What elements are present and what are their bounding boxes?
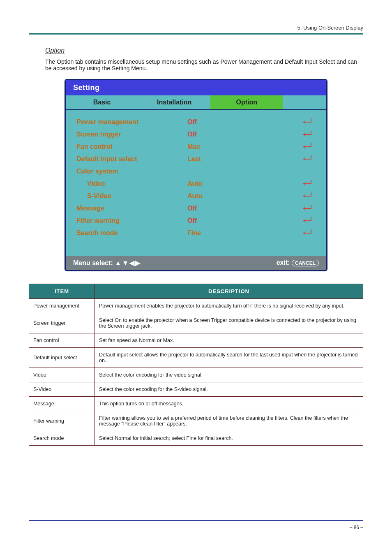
menu-value: Fine: [187, 229, 261, 237]
enter-icon: [261, 130, 316, 139]
tab-spacer: [283, 95, 326, 109]
table-cell-item: Video: [29, 368, 95, 382]
header-right-text: 5. Using On-Screen Display: [29, 25, 363, 31]
table-row: Fan control Set fan speed as Normal or M…: [29, 333, 363, 348]
page-footer: – 86 –: [29, 520, 363, 530]
osd-body: Power management Off Screen trigger Off …: [66, 110, 326, 256]
osd-footer-left: Menu select: ▲▼◀▶: [73, 259, 141, 267]
table-cell-item: Default input select: [29, 348, 95, 368]
table-row: Message This option turns on or off mess…: [29, 397, 363, 411]
osd-tabs: Basic Installation Option: [66, 95, 326, 110]
menu-item-filter-warning[interactable]: Filter warning Off: [76, 215, 316, 227]
enter-icon: [261, 229, 316, 238]
table-head-desc: DESCRIPTION: [95, 284, 363, 299]
footer-rule: [29, 520, 363, 521]
menu-label: Default input select: [76, 155, 187, 163]
table-row: Filter warning Filter warning allows you…: [29, 411, 363, 431]
menu-value: Off: [187, 131, 261, 138]
menu-label: Video: [76, 180, 187, 187]
enter-icon: [261, 216, 316, 226]
cancel-button-icon: CANCEL: [292, 260, 319, 266]
table-row: Search mode Select Normal for initial se…: [29, 431, 363, 446]
menu-item-message[interactable]: Message Off: [76, 202, 316, 215]
page-header: 5. Using On-Screen Display: [29, 25, 363, 35]
table-cell-item: Fan control: [29, 333, 95, 348]
tab-installation[interactable]: Installation: [138, 95, 210, 109]
menu-label: Screen trigger: [76, 131, 187, 138]
menu-select-label: Menu select:: [73, 259, 113, 266]
table-cell-desc: Default input select allows the projecto…: [95, 348, 363, 368]
table-cell-desc: Select the color encoding for the S-vide…: [95, 382, 363, 397]
table-cell-item: Power management: [29, 299, 95, 313]
table-cell-desc: Select the color encoding for the video …: [95, 368, 363, 382]
section-title: Option: [45, 47, 363, 54]
osd-footer: Menu select: ▲▼◀▶ exit: CANCEL: [66, 256, 326, 270]
enter-icon: [261, 142, 316, 152]
menu-value: Last: [187, 155, 261, 163]
menu-label: Power management: [76, 118, 187, 126]
enter-icon: [261, 204, 316, 213]
description-table: ITEM DESCRIPTION Power management Power …: [29, 284, 363, 446]
enter-icon: [261, 192, 316, 201]
osd-window-title: Setting: [66, 80, 326, 95]
menu-label: Fan control: [76, 143, 187, 150]
menu-item-default-input[interactable]: Default input select Last: [76, 153, 316, 165]
table-cell-desc: Power management enables the projector t…: [95, 299, 363, 313]
section-description: The Option tab contains miscellaneous se…: [45, 58, 363, 72]
menu-value: Off: [187, 217, 261, 224]
table-row: Default input select Default input selec…: [29, 348, 363, 368]
menu-item-svideo[interactable]: S-Video Auto: [76, 190, 316, 202]
table-cell-item: Search mode: [29, 431, 95, 446]
menu-value: Auto: [187, 192, 261, 200]
enter-icon: [261, 179, 316, 189]
section-title-underlined: Option: [45, 47, 65, 54]
table-cell-item: S-Video: [29, 382, 95, 397]
menu-item-video[interactable]: Video Auto: [76, 178, 316, 190]
menu-label: Filter warning: [76, 217, 187, 224]
menu-value: Off: [187, 118, 261, 126]
tab-basic[interactable]: Basic: [66, 95, 138, 109]
menu-value: Auto: [187, 180, 261, 187]
menu-label: S-Video: [76, 192, 187, 200]
menu-item-power-management[interactable]: Power management Off: [76, 116, 316, 128]
menu-item-color-system: Color system: [76, 165, 316, 178]
tab-option[interactable]: Option: [210, 95, 283, 109]
page-number: – 86 –: [350, 525, 363, 530]
table-cell-desc: Select On to enable the projector when a…: [95, 313, 363, 333]
enter-icon: [261, 155, 316, 164]
table-cell-desc: Select Normal for initial search; select…: [95, 431, 363, 446]
menu-label: Color system: [76, 168, 187, 175]
table-cell-desc: Set fan speed as Normal or Max.: [95, 333, 363, 348]
table-cell-item: Screen trigger: [29, 313, 95, 333]
menu-label: Message: [76, 205, 187, 212]
menu-value: Max: [187, 143, 261, 150]
table-row: Screen trigger Select On to enable the p…: [29, 313, 363, 333]
table-cell-item: Message: [29, 397, 95, 411]
menu-item-fan-control[interactable]: Fan control Max: [76, 141, 316, 153]
menu-item-search-mode[interactable]: Search mode Fine: [76, 227, 316, 239]
menu-value: Off: [187, 205, 261, 212]
menu-item-screen-trigger[interactable]: Screen trigger Off: [76, 128, 316, 141]
enter-icon: [261, 118, 316, 127]
exit-label: exit:: [277, 259, 290, 266]
osd-footer-right: exit: CANCEL: [277, 259, 319, 267]
table-cell-desc: Filter warning allows you to set a prefe…: [95, 411, 363, 431]
table-head-item: ITEM: [29, 284, 95, 299]
table-row: Power management Power management enable…: [29, 299, 363, 313]
menu-label: Search mode: [76, 229, 187, 237]
table-row: Video Select the color encoding for the …: [29, 368, 363, 382]
table-row: S-Video Select the color encoding for th…: [29, 382, 363, 397]
table-cell-desc: This option turns on or off messages.: [95, 397, 363, 411]
nav-arrows-icon: ▲▼◀▶: [115, 259, 141, 266]
table-cell-item: Filter warning: [29, 411, 95, 431]
osd-screenshot: Setting Basic Installation Option Power …: [65, 79, 327, 271]
